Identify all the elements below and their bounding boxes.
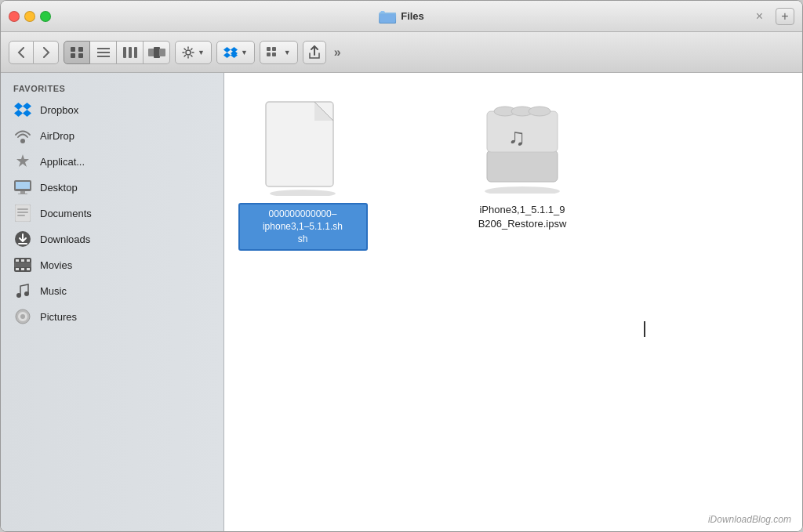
svg-rect-23	[272, 47, 276, 51]
file-content: 000000000000– iphone3,1–5.1.1.sh sh	[224, 73, 802, 531]
toolbar: ▼ ▼ ▼ »	[1, 32, 802, 73]
sidebar-desktop-label: Desktop	[40, 182, 78, 194]
sidebar-documents-label: Documents	[40, 208, 92, 219]
svg-rect-7	[97, 48, 110, 49]
downloads-icon	[13, 230, 32, 248]
close-button[interactable]	[9, 11, 20, 22]
svg-point-16	[186, 50, 191, 55]
svg-marker-28	[14, 110, 23, 117]
arrange-chevron: ▼	[284, 49, 291, 56]
svg-marker-29	[23, 110, 31, 117]
svg-rect-12	[134, 47, 137, 58]
sh-file-icon	[253, 96, 353, 197]
svg-rect-15	[159, 49, 165, 56]
sidebar-pictures-label: Pictures	[40, 311, 77, 323]
tab-close-button[interactable]: ×	[756, 9, 763, 24]
desktop-icon	[13, 178, 32, 197]
svg-rect-46	[21, 268, 24, 270]
dropbox-icon	[13, 100, 32, 119]
svg-rect-11	[129, 47, 132, 58]
sidebar-item-applications[interactable]: Applicat...	[5, 149, 219, 174]
title-area: Files	[379, 9, 424, 24]
dropbox-button[interactable]: ▼	[216, 41, 255, 64]
music-icon	[13, 281, 32, 300]
dropbox-toolbar-icon	[223, 46, 238, 59]
window-title: Files	[401, 10, 424, 22]
svg-rect-33	[20, 191, 25, 194]
folder-icon	[379, 9, 396, 24]
airdrop-icon	[13, 126, 32, 145]
sidebar-item-pictures[interactable]: Pictures	[5, 304, 219, 329]
svg-point-53	[20, 314, 25, 319]
favorites-label: FAVORITES	[1, 81, 223, 96]
finder-window: Files × +	[0, 0, 803, 532]
share-button[interactable]	[303, 41, 326, 64]
sidebar-music-label: Music	[40, 285, 67, 297]
forward-button[interactable]	[34, 41, 59, 64]
svg-point-49	[16, 293, 21, 298]
svg-point-54	[270, 190, 336, 196]
documents-icon	[13, 204, 32, 223]
more-button[interactable]: »	[331, 45, 344, 60]
sidebar-item-dropbox[interactable]: Dropbox	[5, 97, 219, 122]
list-view-button[interactable]	[90, 41, 117, 64]
sidebar-item-desktop[interactable]: Desktop	[5, 175, 219, 200]
sidebar-item-music[interactable]: Music	[5, 278, 219, 303]
svg-rect-43	[21, 259, 24, 262]
svg-point-50	[24, 291, 29, 296]
titlebar: Files × +	[1, 1, 802, 32]
svg-rect-25	[272, 52, 276, 56]
column-view-button[interactable]	[117, 41, 144, 64]
svg-rect-45	[16, 268, 19, 270]
sh-file-item[interactable]: 000000000000– iphone3,1–5.1.1.sh sh	[240, 96, 365, 251]
svg-rect-32	[16, 182, 30, 189]
sidebar-item-airdrop[interactable]: AirDrop	[5, 123, 219, 148]
sh-document-icon	[260, 98, 346, 196]
sidebar-item-documents[interactable]: Documents	[5, 201, 219, 226]
svg-rect-9	[97, 56, 110, 57]
svg-marker-19	[223, 52, 231, 58]
svg-marker-17	[223, 47, 231, 52]
svg-rect-37	[17, 212, 28, 213]
sh-file-label: 000000000000– iphone3,1–5.1.1.sh sh	[238, 203, 368, 251]
svg-text:♫: ♫	[508, 124, 526, 150]
ipsw-file-icon: ♫	[472, 96, 572, 197]
coverflow-view-button[interactable]	[144, 41, 170, 64]
action-chevron: ▼	[198, 49, 205, 56]
arrange-button[interactable]: ▼	[260, 41, 298, 64]
sidebar-dropbox-label: Dropbox	[40, 104, 78, 116]
svg-point-59	[485, 186, 560, 194]
nav-buttons	[9, 41, 59, 64]
svg-rect-10	[123, 47, 126, 58]
file-grid: 000000000000– iphone3,1–5.1.1.sh sh	[224, 73, 802, 274]
sidebar-item-movies[interactable]: Movies	[5, 252, 219, 277]
ipsw-file-item[interactable]: ♫ iPhone3,1_5.1.1_9 B206_Restore.ipsw	[460, 96, 585, 230]
svg-rect-24	[267, 52, 271, 56]
pictures-icon	[13, 307, 32, 326]
sidebar-airdrop-label: AirDrop	[40, 130, 74, 142]
maximize-button[interactable]	[40, 11, 51, 22]
sidebar-movies-label: Movies	[40, 259, 72, 271]
applications-icon	[13, 152, 32, 171]
text-cursor	[644, 321, 645, 337]
svg-rect-13	[148, 49, 154, 56]
svg-rect-38	[17, 215, 25, 216]
svg-rect-60	[487, 150, 558, 182]
sidebar: FAVORITES Dropbox	[1, 73, 224, 531]
action-button[interactable]: ▼	[175, 41, 212, 64]
sidebar-item-downloads[interactable]: Downloads	[5, 226, 219, 252]
svg-rect-34	[18, 194, 27, 194]
svg-rect-48	[14, 262, 31, 267]
svg-marker-27	[23, 103, 31, 110]
icon-view-button[interactable]	[64, 41, 90, 64]
sidebar-applications-label: Applicat...	[40, 156, 85, 168]
svg-rect-8	[97, 52, 110, 53]
svg-rect-6	[78, 53, 83, 58]
gear-icon	[182, 46, 194, 59]
minimize-button[interactable]	[24, 11, 35, 22]
watermark: iDownloadBlog.com	[708, 514, 791, 525]
new-tab-button[interactable]: +	[776, 8, 794, 25]
traffic-lights	[9, 11, 51, 22]
back-button[interactable]	[9, 41, 34, 64]
sidebar-downloads-label: Downloads	[40, 233, 90, 245]
